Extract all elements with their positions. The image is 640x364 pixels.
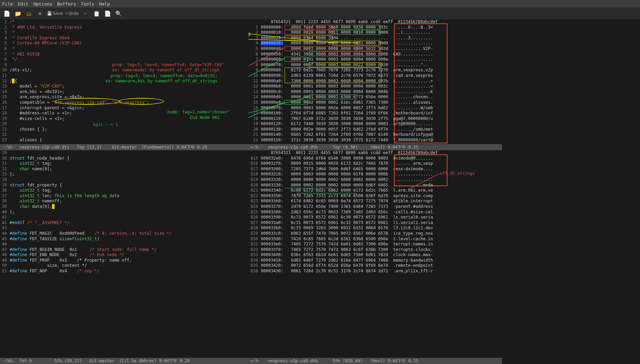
menu-edit[interactable]: Edit bbox=[18, 1, 28, 7]
hex-line[interactable]: 827000033a0: 6c31 0073 6572 6961 6c32 00… bbox=[248, 220, 502, 226]
code-line[interactable]: 15 arm,vexpress,site = <0xf>; bbox=[0, 94, 248, 100]
hex-line[interactable]: 828000033b0: 6c33 0069 3263 3000 6932 63… bbox=[248, 225, 502, 231]
hex-line[interactable]: 81900003320: 0000 0000 0000 0002 0000 00… bbox=[248, 177, 502, 183]
code-line[interactable]: 39 char data[0]; bbox=[0, 204, 248, 210]
menu-options[interactable]: Options bbox=[33, 1, 52, 7]
code-line[interactable]: 20 bbox=[0, 121, 248, 127]
hex-line[interactable]: 900000080: 6172 6d2c 7665 7870 7265 7373… bbox=[248, 68, 502, 73]
code-line[interactable]: 18 #address-cells = <1>; bbox=[0, 111, 248, 116]
hex-line[interactable]: 82100003340: 6c00 6172 6d2c 6862 6900 61… bbox=[248, 188, 502, 193]
menubar[interactable]: File Edit Options Buffers Tools Help bbox=[0, 0, 640, 8]
hex-line[interactable]: 13000000c0: 0000 0001 0000 0003 0000 000… bbox=[248, 89, 502, 95]
code-line[interactable]: 16 compatible = "arm,vexpress,v2p-ca9", … bbox=[0, 100, 248, 105]
code-line[interactable]: 10/dts-v1/; bbox=[0, 68, 248, 73]
hex-line[interactable]: 500000040: 0000 0003 0000 0008 0000 0000… bbox=[248, 46, 502, 52]
code-line[interactable]: 3 * bbox=[0, 30, 248, 36]
hex-line[interactable]: 81700003300: 7265 7373 2d64 7669 6d6f 64… bbox=[248, 166, 502, 172]
code-line[interactable]: 31 uint32_t tag; bbox=[0, 161, 248, 166]
code-line[interactable]: 38 uint32_t nameoff; bbox=[0, 199, 248, 204]
code-line[interactable]: 12/ { bbox=[0, 79, 248, 84]
hex-line[interactable]: 600000050: 4341 3900 0000 0003 0000 0004… bbox=[248, 52, 502, 57]
hex-line[interactable]: 11000000a0: 7300 0000 0000 0003 0000 000… bbox=[248, 79, 502, 84]
hex-line[interactable]: 82600003390: 6c73 0073 6572 6961 6c30 00… bbox=[248, 215, 502, 220]
menu-tools[interactable]: Tools bbox=[81, 1, 94, 7]
hex-line[interactable]: 82500003380: 2d63 656c 6c73 0023 7369 7a… bbox=[248, 210, 502, 215]
hex-line[interactable]: 816000032f0: 0000 0015 0000 0020 6172 6d… bbox=[248, 161, 502, 166]
menu-file[interactable]: File bbox=[2, 1, 13, 7]
hex-line[interactable]: 815000032e0: 6476 696d 6f64 6540 3000 00… bbox=[248, 156, 502, 161]
hex-line[interactable]: 831000033e0: 7465 7272 7570 742d 6e61 6d… bbox=[248, 242, 502, 247]
code-line[interactable]: 37 uint32_t len; This is the length og d… bbox=[0, 193, 248, 199]
code-line[interactable]: 34 bbox=[0, 177, 248, 183]
code-line[interactable]: 33}; bbox=[0, 172, 248, 177]
code-line[interactable]: 44#define FDT_MAGIC 0xd00dfeed /* 4: ver… bbox=[0, 231, 248, 236]
hex-line[interactable]: 829000033c0: 6963 655f 7479 7065 0072 65… bbox=[248, 231, 502, 236]
code-line[interactable]: 42#endif /* !__ASSEMBLY */ bbox=[0, 220, 248, 226]
code-line[interactable]: 32 char name[0]; bbox=[0, 166, 248, 172]
code-line[interactable]: 9 bbox=[0, 62, 248, 68]
hexbot-buffer[interactable]: 87654321 0011 2233 4455 6677 8899 aabb c… bbox=[248, 150, 502, 358]
code-line[interactable]: 2 * ARM Ltd. Versatile Express bbox=[0, 25, 248, 30]
code-line[interactable]: 47#define FDT_BEGIN_NODE 0x1 /* Start no… bbox=[0, 247, 248, 253]
code-line[interactable]: 35struct fdt_property { bbox=[0, 183, 248, 188]
hex-line[interactable]: 1700000100: 2f6d 6f74 6865 7262 6f61 726… bbox=[248, 111, 502, 116]
hex-line[interactable]: 82000003330: 0000 0002 0000 0002 0000 00… bbox=[248, 183, 502, 188]
code-line[interactable]: 19 #size-cells = <1>; bbox=[0, 116, 248, 122]
hex-line[interactable]: 832000033f0: 7465 7272 7570 7473 0063 6c… bbox=[248, 247, 502, 253]
code-line[interactable]: 17 interrupt-parent = <&gic>; bbox=[0, 105, 248, 111]
menu-buffers[interactable]: Buffers bbox=[57, 1, 76, 7]
close-icon[interactable]: ✖ bbox=[36, 9, 44, 18]
new-file-icon[interactable]: 📄 bbox=[3, 9, 11, 18]
code-line[interactable]: 6 * bbox=[0, 46, 248, 52]
hex-line[interactable]: 82200003350: 7870 7265 7373 2c73 6974 65… bbox=[248, 193, 502, 199]
code-line[interactable]: 48#define FDT_END_NODE 0x2 /* End node *… bbox=[0, 252, 248, 258]
code-line[interactable]: 45#define FDT_TAGSIZE sizeof(uint32_t) bbox=[0, 236, 248, 242]
copy-icon[interactable]: 📋 bbox=[92, 9, 101, 18]
code-line[interactable]: 7 * HBI-0191B bbox=[0, 52, 248, 57]
save-button[interactable]: 💾Save bbox=[47, 11, 63, 16]
hex-line[interactable]: 2200000150: 372c 3030 3030 3030 3030 2f7… bbox=[248, 138, 502, 143]
hex-line[interactable]: 400000030: 0000 0000 0000 0000 0000 0001… bbox=[248, 41, 502, 46]
hex-line[interactable]: 82300003360: 6174 6962 6c65 0069 6e74 65… bbox=[248, 199, 502, 204]
hex-line[interactable]: 830000033d0: 742d 6c65 7665 6c2d 6361 63… bbox=[248, 236, 502, 242]
code-line[interactable]: 49#define FDT_PROP 0x3 /* Property: name… bbox=[0, 258, 248, 263]
hex-line[interactable]: 800000070: 0000 000f 0000 0003 0000 0022… bbox=[248, 62, 502, 68]
menu-help[interactable]: Help bbox=[99, 1, 110, 7]
cut-icon[interactable]: ✂ bbox=[81, 9, 90, 18]
code-line[interactable]: 11 bbox=[0, 73, 248, 79]
code-line[interactable]: 36 uint32_t tag; bbox=[0, 188, 248, 193]
fdt-buffer[interactable]: 2930struct fdt_node_header {31 uint32_t … bbox=[0, 150, 248, 358]
code-line[interactable]: 46 bbox=[0, 242, 248, 247]
code-line[interactable]: 22 bbox=[0, 132, 248, 138]
hex-line[interactable]: 1000000090: 2d63 6139 0061 726d 2c76 657… bbox=[248, 73, 502, 79]
code-line[interactable]: 40}; bbox=[0, 210, 248, 215]
hex-line[interactable]: 14000000d0: 0000 0001 0000 0001 6368 6f7… bbox=[248, 94, 502, 100]
undo-button[interactable]: ↶Undo bbox=[66, 11, 79, 16]
hex-line[interactable]: 100000000: d00d feed 0000 36e0 0000 0038… bbox=[248, 25, 502, 30]
hex-line[interactable]: 300000020: 0000 03a4 0000 3304 .... ....… bbox=[248, 36, 502, 41]
code-line[interactable]: 29 bbox=[0, 150, 248, 156]
hex-line[interactable]: 2000000130: 0000 002e 0000 005f 2f73 6d6… bbox=[248, 127, 502, 132]
hextop-buffer[interactable]: 87654321 0011 2233 4455 6677 8899 aabb c… bbox=[248, 19, 502, 144]
open-file-icon[interactable]: 📁 bbox=[14, 9, 22, 18]
code-line[interactable]: 41 bbox=[0, 215, 248, 220]
code-line[interactable]: 21 chosen { }; bbox=[0, 127, 248, 132]
hex-line[interactable]: 83600003430: 0061 726d 2c70 6c31 3178 2c… bbox=[248, 269, 502, 274]
hex-line[interactable]: 83500003420: 0072 656d 6f74 652d 656e 64… bbox=[248, 263, 502, 269]
dts-buffer[interactable]: 1/*2 * ARM Ltd. Versatile Express3 *4 * … bbox=[0, 19, 248, 144]
hex-line[interactable]: 1800000110: 7067 6140 372c 3030 3030 303… bbox=[248, 116, 502, 122]
code-line[interactable]: 8 */ bbox=[0, 57, 248, 62]
paste-icon[interactable]: 📄 bbox=[104, 9, 112, 18]
hex-line[interactable]: 83400003410: 6d65 6d6f 7279 2d62 616e 64… bbox=[248, 258, 502, 263]
code-line[interactable]: 51#define FDT_NOP 0x4 /* nop */ bbox=[0, 269, 248, 274]
code-line[interactable]: 50 size, content */ bbox=[0, 263, 248, 269]
hex-line[interactable]: 83300003400: 636c 6f63 6b2d 6e61 6d65 73… bbox=[248, 252, 502, 258]
hex-line[interactable]: 81800003310: 0000 0003 0000 0008 0000 01… bbox=[248, 172, 502, 177]
code-line[interactable]: 23 aliases { bbox=[0, 138, 248, 143]
hex-line[interactable]: 2100000140: 6865 7262 6f61 7264 2f69 6f6… bbox=[248, 132, 502, 138]
hex-line[interactable]: 12000000b0: 0000 0001 0000 0003 0000 000… bbox=[248, 84, 502, 89]
code-line[interactable]: 30struct fdt_node_header { bbox=[0, 156, 248, 161]
code-line[interactable]: 14 arm,hbi = <0x191>; bbox=[0, 89, 248, 95]
code-line[interactable]: 5 * Cortex-A9 MPCore (V2P-CA9) bbox=[0, 41, 248, 46]
open-dir-icon[interactable]: 🗂 bbox=[25, 9, 33, 18]
